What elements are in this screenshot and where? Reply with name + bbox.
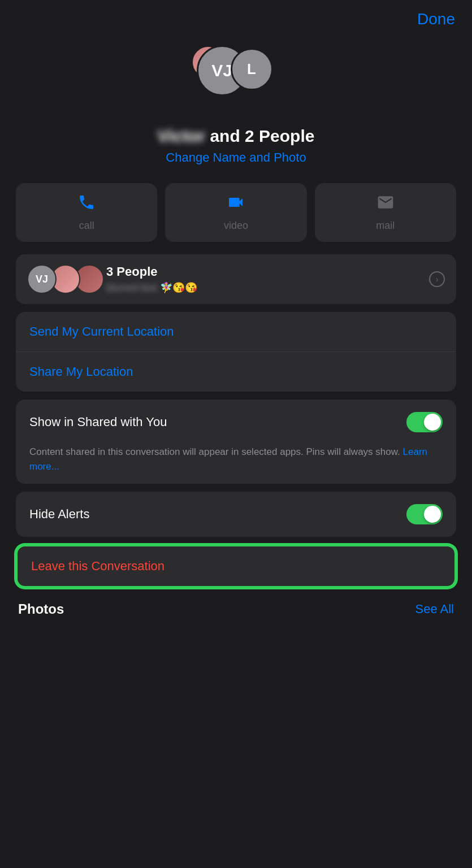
send-location-row[interactable]: Send My Current Location <box>16 312 456 351</box>
see-all-button[interactable]: See All <box>415 602 454 617</box>
call-label: call <box>79 220 94 232</box>
group-name: Victor and 2 People <box>158 127 315 146</box>
people-preview: blurred text 🧚‍♀️😘😘 <box>106 281 421 294</box>
shared-with-you-description: Content shared in this conversation will… <box>29 445 443 484</box>
send-location-button[interactable]: Send My Current Location <box>29 324 174 339</box>
shared-with-you-row: Show in Shared with You <box>29 400 443 445</box>
done-button[interactable]: Done <box>417 10 455 28</box>
people-section[interactable]: VJ 3 People blurred text 🧚‍♀️😘😘 › <box>16 254 456 304</box>
change-name-button[interactable]: Change Name and Photo <box>166 150 306 165</box>
call-icon <box>77 193 96 215</box>
leave-conversation-button[interactable]: Leave this Conversation <box>31 559 164 574</box>
location-section: Send My Current Location Share My Locati… <box>16 312 456 392</box>
avatar-l: L <box>231 48 273 90</box>
people-avatar-vj: VJ <box>27 264 57 294</box>
photos-section: Photos See All <box>16 596 456 623</box>
screen: Done VJ L Victor and 2 People Change Nam… <box>0 0 472 868</box>
hide-alerts-toggle[interactable] <box>406 504 443 524</box>
shared-with-you-label: Show in Shared with You <box>29 415 167 429</box>
hide-alerts-label: Hide Alerts <box>29 507 89 522</box>
mail-icon <box>376 193 395 215</box>
share-location-row[interactable]: Share My Location <box>16 351 456 392</box>
leave-conversation-section[interactable]: Leave this Conversation <box>16 545 456 588</box>
video-button[interactable]: video <box>165 183 306 242</box>
people-row[interactable]: VJ 3 People blurred text 🧚‍♀️😘😘 › <box>16 254 456 304</box>
hide-alerts-section: Hide Alerts <box>16 492 456 537</box>
mail-button[interactable]: mail <box>315 183 456 242</box>
group-name-suffix: and 2 People <box>205 127 314 145</box>
video-icon <box>227 193 245 215</box>
video-label: video <box>224 220 248 232</box>
group-name-blurred: Victor <box>158 127 205 145</box>
share-location-button[interactable]: Share My Location <box>29 364 133 379</box>
mail-label: mail <box>376 220 395 232</box>
hide-alerts-row: Hide Alerts <box>29 492 443 537</box>
people-count: 3 People <box>106 264 421 279</box>
avatar-group: VJ L <box>191 45 282 119</box>
chevron-right-icon: › <box>429 271 445 287</box>
call-button[interactable]: call <box>16 183 157 242</box>
people-avatars: VJ <box>27 264 98 294</box>
photos-label: Photos <box>18 601 64 617</box>
shared-with-you-section: Show in Shared with You Content shared i… <box>16 400 456 484</box>
action-row: call video mail <box>0 171 472 254</box>
people-info: 3 People blurred text 🧚‍♀️😘😘 <box>106 264 421 294</box>
top-bar: Done <box>0 0 472 34</box>
shared-with-you-toggle[interactable] <box>406 412 443 432</box>
avatar-section: VJ L Victor and 2 People Change Name and… <box>0 34 472 171</box>
